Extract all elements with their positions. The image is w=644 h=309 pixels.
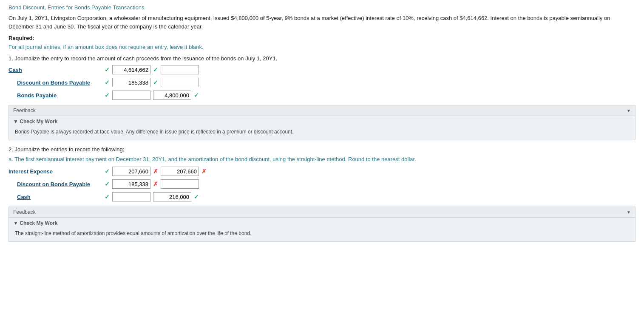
cash-q2-debit[interactable] [112, 192, 150, 201]
discount-q1-debit[interactable] [112, 78, 150, 87]
cash-q1-debit-check: ✓ [153, 66, 158, 73]
bonds-q1-credit[interactable] [153, 91, 191, 100]
interest-q2-credit[interactable] [161, 167, 199, 176]
bonds-q1-check: ✓ [105, 92, 110, 99]
check-my-work-q1-text: Bonds Payable is always recorded at face… [13, 126, 631, 137]
cash-q2-credit-check: ✓ [194, 193, 199, 200]
interest-q2-debit-check: ✗ [153, 168, 158, 175]
discount-q2-debit[interactable] [112, 179, 150, 189]
discount-q1-credit[interactable] [161, 78, 199, 87]
cash-q1-debit[interactable] [112, 65, 150, 74]
page-title: Bond Discount, Entries for Bonds Payable… [9, 4, 635, 11]
question-2-section: 2. Journalize the entries to record the … [9, 146, 635, 242]
check-my-work-q2-text: The straight-line method of amortization… [13, 228, 631, 239]
account-cash-q1[interactable]: Cash [9, 67, 102, 73]
cash-q2-credit[interactable] [153, 192, 191, 201]
feedback-q2-label: Feedback [13, 209, 36, 215]
interest-q2-credit-check: ✗ [201, 168, 207, 175]
account-discount-q2[interactable]: Discount on Bonds Payable [9, 181, 102, 187]
feedback-q2: Feedback ▼ ▼ Check My Work The straight-… [9, 207, 635, 242]
cash-q2-account-check: ✓ [105, 193, 110, 200]
check-my-work-q1-label: ▼ Check My Work [13, 119, 631, 125]
account-discount-q1[interactable]: Discount on Bonds Payable [9, 79, 102, 86]
question-2-label: 2. Journalize the entries to record the … [9, 146, 635, 153]
check-my-work-q2-label: ▼ Check My Work [13, 220, 631, 226]
discount-q2-debit-check: ✗ [153, 181, 158, 187]
feedback-q2-arrow[interactable]: ▼ [627, 210, 631, 215]
intro-text: On July 1, 20Y1, Livingston Corporation,… [9, 14, 635, 31]
question-1-section: 1. Journalize the entry to record the am… [9, 55, 635, 140]
discount-q2-account-check: ✓ [105, 181, 110, 187]
account-interest-q2[interactable]: Interest Expense [9, 168, 102, 175]
account-cash-q2[interactable]: Cash [9, 194, 102, 200]
feedback-q1-header: Feedback ▼ [9, 105, 635, 116]
journal-row-interest-q2: Interest Expense ✓ ✗ ✗ [9, 167, 635, 176]
journal-row-discount-q1: Discount on Bonds Payable ✓ ✓ [9, 78, 635, 87]
journal-row-discount-q2: Discount on Bonds Payable ✓ ✗ [9, 179, 635, 189]
cash-q1-credit[interactable] [161, 65, 199, 74]
instruction-text: For all journal entries, if an amount bo… [9, 44, 635, 50]
cash-q1-check: ✓ [105, 66, 110, 73]
feedback-q1-arrow[interactable]: ▼ [627, 108, 631, 113]
discount-q2-credit[interactable] [161, 179, 199, 189]
question-2a-label: a. The first semiannual interest payment… [9, 156, 635, 162]
check-my-work-q1: ▼ Check My Work Bonds Payable is always … [9, 116, 635, 140]
bonds-q1-credit-check: ✓ [194, 92, 199, 99]
feedback-q1: Feedback ▼ ▼ Check My Work Bonds Payable… [9, 105, 635, 140]
interest-q2-debit[interactable] [112, 167, 150, 176]
interest-q2-account-check: ✓ [105, 168, 110, 175]
check-my-work-q2: ▼ Check My Work The straight-line method… [9, 218, 635, 241]
discount-q1-check: ✓ [105, 79, 110, 86]
question-1-label: 1. Journalize the entry to record the am… [9, 55, 635, 62]
journal-row-bonds-q1: Bonds Payable ✓ ✓ [9, 91, 635, 100]
journal-row-cash-q2: Cash ✓ ✓ [9, 192, 635, 201]
bonds-q1-debit[interactable] [112, 91, 150, 100]
account-bonds-q1[interactable]: Bonds Payable [9, 92, 102, 99]
required-label: Required: [9, 35, 635, 41]
feedback-q2-header: Feedback ▼ [9, 207, 635, 218]
discount-q1-debit-check: ✓ [153, 79, 158, 86]
feedback-q1-label: Feedback [13, 108, 36, 113]
journal-row-cash-q1: Cash ✓ ✓ [9, 65, 635, 74]
